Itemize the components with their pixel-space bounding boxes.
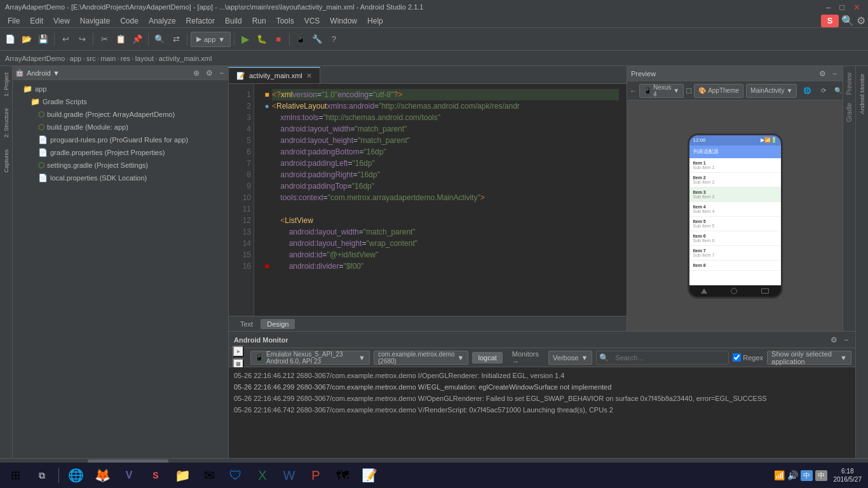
start-button[interactable]: ⊞ bbox=[3, 464, 28, 487]
task-view-btn[interactable]: ⧉ bbox=[29, 464, 55, 487]
menu-window[interactable]: Window bbox=[325, 15, 362, 27]
device-selector[interactable]: 📱 Nexus 4 ▼ bbox=[639, 84, 684, 98]
log-content[interactable]: 05-26 22:16:46.212 2680-3067/com.example… bbox=[229, 367, 855, 458]
activity-selector[interactable]: MainActivity ▼ bbox=[746, 84, 797, 98]
nav-app[interactable]: app bbox=[70, 55, 81, 62]
preview-render-btn[interactable]: ⟳ bbox=[816, 83, 831, 98]
tree-gradle-properties[interactable]: 📄 gradle.properties (Project Properties) bbox=[13, 146, 228, 159]
taskbar-app-vs[interactable]: V bbox=[116, 464, 142, 487]
run-app-btn[interactable]: ▶ bbox=[238, 32, 253, 47]
taskbar-app-excel[interactable]: X bbox=[250, 464, 275, 487]
menu-tools[interactable]: Tools bbox=[271, 15, 299, 27]
taskbar-app-firefox[interactable]: 🦊 bbox=[90, 464, 115, 487]
menu-analyze[interactable]: Analyze bbox=[144, 15, 181, 27]
menu-run[interactable]: Run bbox=[247, 15, 271, 27]
nav-file[interactable]: activity_main.xml bbox=[159, 55, 212, 62]
taskbar-app-mail[interactable]: ✉ bbox=[196, 464, 222, 487]
design-tab[interactable]: Design bbox=[261, 319, 295, 329]
search-log-input[interactable] bbox=[611, 351, 726, 365]
project-settings-btn[interactable]: ⚙ bbox=[204, 68, 215, 78]
taskbar-app-studio[interactable]: S bbox=[143, 464, 168, 487]
toolbar-open[interactable]: 📂 bbox=[19, 32, 34, 47]
nav-src[interactable]: src bbox=[86, 55, 96, 62]
text-tab[interactable]: Text bbox=[234, 319, 259, 329]
minimize-btn[interactable]: – bbox=[824, 3, 833, 12]
nav-project[interactable]: ArrayAdapertDemo bbox=[5, 55, 65, 62]
toolbar-paste[interactable]: 📌 bbox=[130, 32, 145, 47]
taskbar-app-word[interactable]: W bbox=[276, 464, 302, 487]
toolbar-new[interactable]: 📄 bbox=[3, 32, 18, 47]
show-only-btn[interactable]: Show only selected application ▼ bbox=[767, 351, 851, 365]
maximize-btn[interactable]: □ bbox=[837, 3, 847, 12]
tree-app-folder[interactable]: 📁 app bbox=[13, 83, 228, 95]
taskbar-app-folder[interactable]: 📁 bbox=[170, 464, 195, 487]
menu-edit[interactable]: Edit bbox=[25, 15, 48, 27]
settings-btn[interactable]: ⚙ bbox=[857, 15, 865, 27]
code-content[interactable]: ■ ● bbox=[254, 84, 627, 316]
avd-manager-btn[interactable]: 📱 bbox=[293, 32, 308, 47]
debug-app-btn[interactable]: 🐛 bbox=[254, 32, 269, 47]
project-collapse-btn[interactable]: − bbox=[217, 68, 226, 78]
menu-build[interactable]: Build bbox=[220, 15, 247, 27]
toolbar-redo[interactable]: ↪ bbox=[74, 32, 90, 47]
preview-zoom-out[interactable]: □ bbox=[686, 83, 691, 98]
side-tab-captures[interactable]: Captures bbox=[2, 144, 11, 178]
toolbar-save[interactable]: 💾 bbox=[36, 32, 51, 47]
toolbar-undo[interactable]: ↩ bbox=[58, 32, 73, 47]
menu-help[interactable]: Help bbox=[362, 15, 388, 27]
theme-selector[interactable]: 🎨 AppTheme bbox=[694, 84, 743, 98]
tree-proguard[interactable]: 📄 proguard-rules.pro (ProGuard Rules for… bbox=[13, 133, 228, 146]
tree-build-gradle-module[interactable]: ⬡ build.gradle (Module: app) bbox=[13, 121, 228, 133]
menu-vcs[interactable]: VCS bbox=[299, 15, 325, 27]
nav-main[interactable]: main bbox=[100, 55, 116, 62]
preview-back-btn[interactable]: ← bbox=[630, 83, 637, 98]
monitor-side-btn-1[interactable]: ▸ bbox=[233, 346, 244, 357]
toolbar-find[interactable]: 🔍 bbox=[152, 32, 167, 47]
android-dropdown[interactable]: Android ▼ bbox=[27, 69, 60, 77]
verbose-selector[interactable]: Verbose ▼ bbox=[548, 351, 592, 365]
stop-app-btn[interactable]: ■ bbox=[271, 32, 286, 47]
editor-tab-activity-main[interactable]: 📝 activity_main.xml ✕ bbox=[229, 67, 320, 83]
menu-file[interactable]: File bbox=[3, 15, 25, 27]
search-everywhere-btn[interactable]: 🔍 bbox=[841, 15, 854, 27]
tree-gradle-scripts-folder[interactable]: 📁 Gradle Scripts bbox=[13, 95, 228, 108]
taskbar-app-defender[interactable]: 🛡 bbox=[223, 464, 248, 487]
device-selector-monitor[interactable]: 📱 Emulator Nexus_5_API_23 Android 6.0, A… bbox=[250, 351, 370, 365]
monitor-settings-btn[interactable]: ⚙ bbox=[829, 335, 839, 345]
nav-res[interactable]: res bbox=[121, 55, 130, 62]
menu-refactor[interactable]: Refactor bbox=[181, 15, 220, 27]
menu-code[interactable]: Code bbox=[115, 15, 144, 27]
package-selector[interactable]: com.example.metrox.demo (2680) ▼ bbox=[374, 351, 469, 365]
side-tab-structure[interactable]: 2: Structure bbox=[2, 103, 11, 143]
tab-close-btn[interactable]: ✕ bbox=[306, 72, 312, 80]
project-sync-btn[interactable]: ⊕ bbox=[191, 68, 201, 78]
right-tab-gradle[interactable]: Gradle bbox=[844, 99, 854, 126]
taskbar-app-ie[interactable]: 🌐 bbox=[63, 464, 88, 487]
toolbar-cut[interactable]: ✂ bbox=[97, 32, 112, 47]
sdk-manager-btn[interactable]: 🔧 bbox=[309, 32, 325, 47]
tree-local-properties[interactable]: 📄 local.properties (SDK Location) bbox=[13, 172, 228, 184]
app-selector[interactable]: ▶ app ▼ bbox=[191, 32, 231, 47]
taskbar-app-ppt[interactable]: P bbox=[303, 464, 329, 487]
regex-checkbox[interactable] bbox=[733, 353, 741, 362]
taskbar-app-notes[interactable]: 📝 bbox=[356, 464, 382, 487]
side-tab-project[interactable]: 1: Project bbox=[2, 67, 11, 102]
tree-settings-gradle[interactable]: ⬡ settings.gradle (Project Settings) bbox=[13, 159, 228, 172]
menu-view[interactable]: View bbox=[48, 15, 75, 27]
toolbar-copy[interactable]: 📋 bbox=[113, 32, 128, 47]
right-tab-preview[interactable]: Preview bbox=[844, 69, 854, 99]
toolbar-replace[interactable]: ⇄ bbox=[168, 32, 184, 47]
system-clock[interactable]: 6:18 2016/5/27 bbox=[830, 467, 866, 484]
menu-navigate[interactable]: Navigate bbox=[75, 15, 115, 27]
logcat-tab[interactable]: logcat bbox=[472, 352, 502, 363]
taskbar-app-maps[interactable]: 🗺 bbox=[330, 464, 355, 487]
close-btn[interactable]: ✕ bbox=[851, 3, 863, 12]
help-btn[interactable]: ? bbox=[326, 32, 341, 47]
monitor-minimize-btn[interactable]: − bbox=[842, 335, 850, 345]
monitors-tab[interactable]: Monitors → bbox=[506, 348, 545, 367]
nav-layout[interactable]: layout bbox=[135, 55, 154, 62]
tree-build-gradle-project[interactable]: ⬡ build.gradle (Project: ArrayAdapertDem… bbox=[13, 108, 228, 121]
preview-locale-btn[interactable]: 🌐 bbox=[799, 83, 815, 98]
preview-minimize-btn[interactable]: − bbox=[831, 69, 839, 79]
right-android-monitor-tab[interactable]: Android Monitor bbox=[858, 69, 867, 119]
